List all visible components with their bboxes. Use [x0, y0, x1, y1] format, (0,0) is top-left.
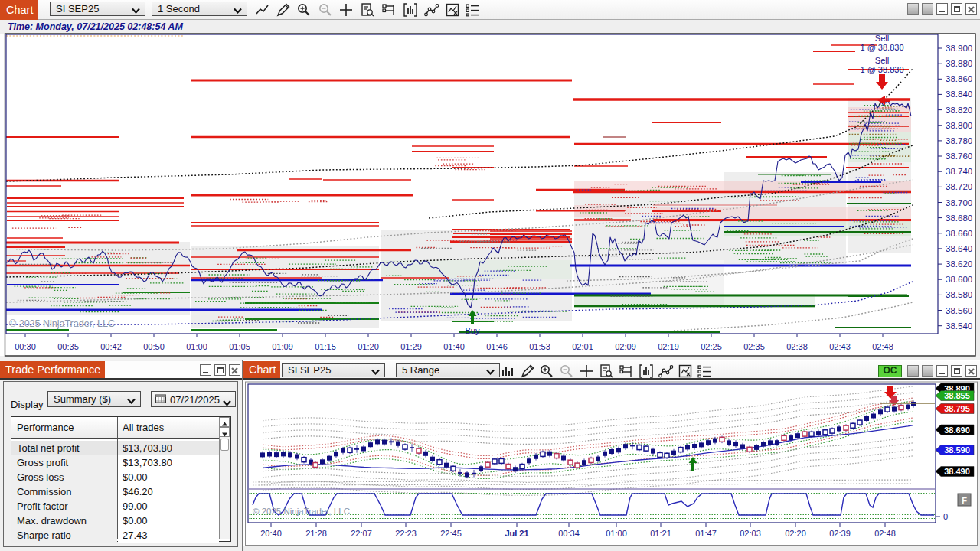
- svg-text:02:03: 02:03: [740, 529, 761, 538]
- svg-text:22:23: 22:23: [395, 529, 416, 538]
- svg-text:00:34: 00:34: [558, 529, 580, 538]
- svg-text:38.590: 38.590: [944, 445, 970, 455]
- svg-text:Jul 21: Jul 21: [505, 529, 528, 538]
- svg-text:© 2025 NinjaTrader, LLC: © 2025 NinjaTrader, LLC: [253, 507, 350, 516]
- svg-text:38.490: 38.490: [944, 467, 970, 476]
- svg-text:01:47: 01:47: [695, 529, 717, 538]
- svg-text:38.690: 38.690: [944, 425, 970, 435]
- svg-text:01:21: 01:21: [650, 529, 671, 538]
- svg-text:22:07: 22:07: [351, 529, 372, 538]
- svg-text:38.855: 38.855: [944, 391, 970, 400]
- svg-text:21:28: 21:28: [305, 529, 327, 538]
- svg-text:02:20: 02:20: [785, 529, 806, 538]
- svg-text:38.795: 38.795: [944, 404, 970, 413]
- svg-text:F: F: [962, 496, 967, 505]
- svg-text:02:39: 02:39: [829, 529, 851, 538]
- svg-text:22:45: 22:45: [440, 529, 462, 538]
- svg-text:20:40: 20:40: [260, 529, 282, 538]
- svg-text:01:00: 01:00: [606, 529, 627, 538]
- svg-text:02:48: 02:48: [874, 529, 896, 538]
- svg-text:0: 0: [943, 512, 948, 521]
